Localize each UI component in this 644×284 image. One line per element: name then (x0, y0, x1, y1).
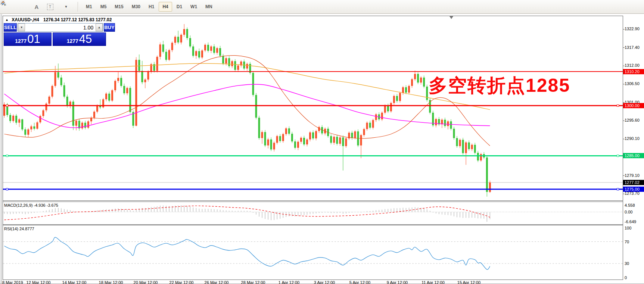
buy-button[interactable]: BUY (104, 23, 115, 32)
price-tick-mark (623, 175, 625, 176)
date-label: 18 Mar 12:00 (99, 280, 123, 284)
rsi-line (4, 237, 490, 270)
date-label: 1 Apr 12:00 (279, 280, 299, 284)
indicator-tick-label: 70 (625, 240, 629, 244)
price-tick-mark (623, 29, 625, 29)
hline-1300[interactable] (3, 105, 623, 107)
price-tick-mark (623, 139, 625, 139)
macd-signal-line (4, 206, 490, 220)
indicator-tick-label: 0.00 (625, 210, 632, 214)
chart-title: ▲ XAUUSD-,H4 1276.34 1277.12 1275.83 127… (5, 17, 112, 22)
candlestick-series (3, 24, 491, 196)
price-tick-label: 1295.60 (625, 118, 640, 122)
indicator-tick-label: 30 (625, 261, 629, 266)
price-badge-1300.00: 1300.00 (623, 103, 644, 108)
price-badge-1277.02: 1277.02 (623, 180, 644, 185)
indicator-tick-label: 0 (625, 275, 627, 280)
hline-handle[interactable] (617, 105, 619, 107)
price-tick-mark (623, 121, 625, 121)
date-label: 3 Apr 12:00 (314, 280, 335, 284)
price-tick-label: 1290.10 (625, 136, 640, 141)
sell-price-main: 1277 (15, 37, 27, 45)
chart-shift-marker-icon (449, 16, 454, 19)
date-label: 14 Mar 12:00 (62, 280, 87, 284)
price-tick-mark (623, 66, 625, 66)
sell-price-display[interactable]: 1277 01 (4, 32, 52, 46)
collapse-panel-icon[interactable]: ▲ (5, 18, 9, 22)
date-label: 22 Mar 12:00 (169, 280, 194, 284)
symbol-label: XAUUSD-,H4 (12, 17, 39, 22)
sell-price-pips: 01 (27, 34, 40, 45)
price-badge-1310.20: 1310.20 (623, 69, 644, 74)
volume-input[interactable] (25, 24, 96, 31)
volume-stepper: ▼ ▲ (18, 23, 103, 32)
price-tick-label: 1317.40 (625, 45, 640, 50)
macd-panel (3, 205, 623, 222)
one-click-trade-panel: SELL ▼ ▲ BUY 1277 01 1277 45 (4, 23, 107, 46)
volume-decrease-button[interactable]: ▼ (18, 24, 25, 31)
price-tick-label: 1306.50 (625, 81, 640, 86)
price-tick-mark (623, 47, 625, 48)
date-label: 20 Mar 12:00 (134, 280, 158, 284)
date-label: 5 Apr 12:00 (349, 280, 370, 284)
annotation-text[interactable]: 多空转折点1285 (429, 73, 570, 98)
buy-price-pips: 45 (79, 34, 92, 45)
buy-price-display[interactable]: 1277 45 (53, 32, 106, 46)
price-tick-mark (623, 102, 625, 103)
hline-1285[interactable] (3, 155, 623, 157)
date-label: 15 Apr 12:00 (457, 280, 480, 284)
date-label: 26 Mar 12:00 (205, 280, 229, 284)
price-tick-mark (623, 84, 625, 84)
date-label: 11 Apr 12:00 (421, 280, 445, 284)
price-tick-mark (623, 194, 625, 194)
hline-handle[interactable] (617, 155, 619, 157)
hline-1275[interactable] (3, 188, 623, 190)
sell-button[interactable]: SELL (4, 23, 17, 32)
date-label: 9 Apr 12:00 (387, 280, 408, 284)
price-tick-label: 1322.90 (625, 26, 640, 31)
date-label: 12 Mar 12:00 (27, 280, 51, 284)
date-label: 28 Mar 12:00 (241, 280, 265, 284)
price-tick-label: 1279.10 (625, 173, 640, 178)
rsi-label: RSI(14) 24.8777 (4, 227, 34, 231)
macd-histogram (4, 205, 490, 222)
volume-increase-button[interactable]: ▲ (96, 24, 103, 31)
hline-handle[interactable] (6, 188, 8, 190)
indicator-tick-label: 4.558 (625, 203, 635, 207)
hline-handle[interactable] (6, 155, 8, 157)
hline-handle[interactable] (617, 188, 619, 190)
price-badge-1275.00: 1275.00 (623, 187, 644, 192)
indicator-tick-label: 100 (625, 226, 631, 230)
price-badge-1285.00: 1285.00 (623, 153, 644, 158)
price-tick-label: 1312.00 (625, 63, 640, 68)
date-label: 8 Mar 2019 (2, 280, 23, 284)
hline-handle[interactable] (6, 105, 8, 107)
buy-price-main: 1277 (67, 37, 78, 45)
rsi-panel (3, 237, 623, 270)
macd-label: MACD(12,26,9) -4.936 -3.675 (4, 203, 58, 207)
ohlc-values: 1276.34 1277.12 1275.83 1277.02 (43, 17, 112, 22)
indicator-tick-label: -6.649 (625, 219, 636, 224)
